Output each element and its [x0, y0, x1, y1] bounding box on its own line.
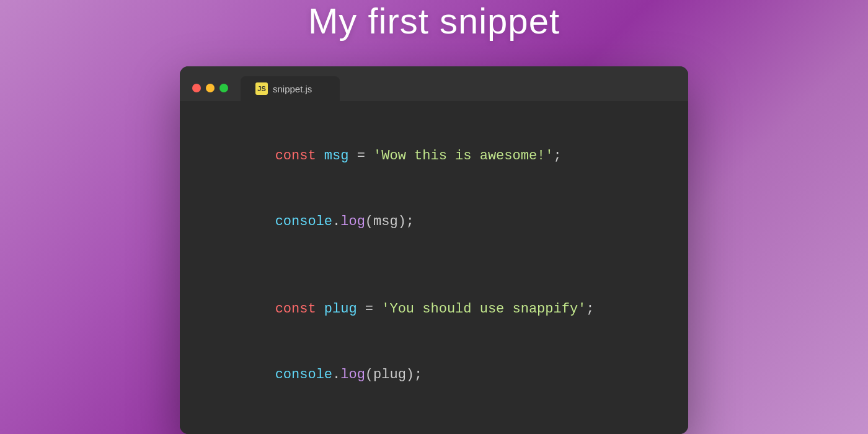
string-value: 'Wow this is awesome!': [373, 148, 553, 164]
parens-2: (plug);: [365, 367, 422, 383]
minimize-button[interactable]: [206, 84, 215, 92]
code-block-1: const msg = 'Wow this is awesome!'; cons…: [210, 123, 658, 254]
maximize-button[interactable]: [219, 84, 228, 92]
semicolon: ;: [554, 148, 562, 164]
semicolon-2: ;: [586, 301, 594, 317]
titlebar: JS snippet.js: [180, 66, 688, 101]
file-tab[interactable]: JS snippet.js: [241, 76, 340, 101]
code-line-2: console.log(msg);: [210, 189, 658, 255]
var-plug: plug: [324, 301, 357, 317]
code-line-4: console.log(plug);: [210, 342, 658, 408]
code-block-2: const plug = 'You should use snappify'; …: [210, 277, 658, 407]
code-area: const msg = 'Wow this is awesome!'; cons…: [180, 101, 688, 434]
js-badge: JS: [255, 82, 268, 95]
equals: =: [348, 148, 373, 164]
equals-2: =: [357, 301, 382, 317]
log-method: log: [340, 214, 365, 229]
keyword-const: const: [275, 148, 324, 164]
dot: .: [332, 214, 340, 229]
keyword-const-2: const: [275, 301, 324, 317]
log-method-2: log: [340, 367, 365, 383]
dot-2: .: [332, 367, 340, 383]
var-msg: msg: [324, 148, 349, 164]
console-obj-2: console: [275, 367, 332, 383]
parens: (msg);: [365, 214, 414, 229]
page-title: My first snippet: [308, 0, 560, 42]
code-line-1: const msg = 'Wow this is awesome!';: [210, 123, 658, 189]
traffic-lights: [192, 84, 241, 101]
tab-filename: snippet.js: [273, 84, 312, 94]
string-value-2: 'You should use snappify': [381, 301, 586, 317]
editor-window: JS snippet.js const msg = 'Wow this is a…: [180, 66, 688, 434]
console-obj: console: [275, 214, 332, 229]
close-button[interactable]: [192, 84, 201, 92]
code-line-3: const plug = 'You should use snappify';: [210, 277, 658, 342]
